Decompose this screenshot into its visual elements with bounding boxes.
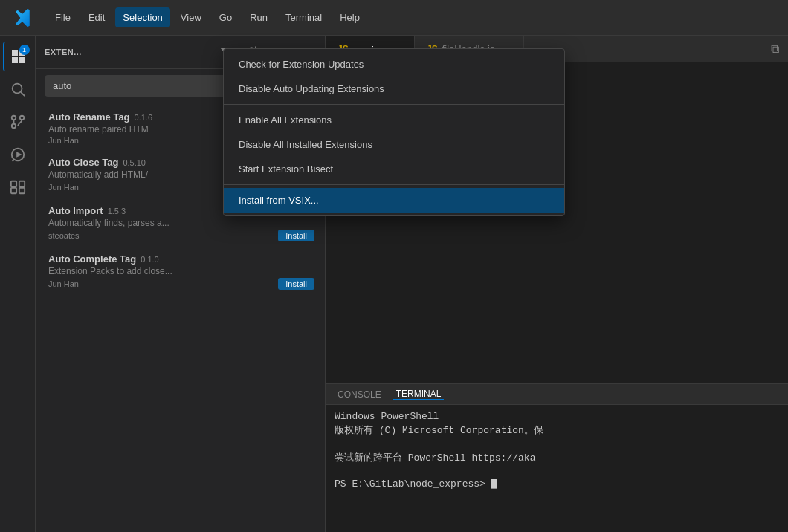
terminal-line: 版权所有 (C) Microsoft Corporation。保 [335,424,779,437]
svg-rect-10 [19,181,24,186]
notification-badge: 1 [19,45,30,55]
ext-author: Jun Han [48,183,79,192]
terminal-content: Windows PowerShell 版权所有 (C) Microsoft Co… [326,405,788,532]
svg-rect-12 [19,188,24,193]
ext-author: Jun Han [48,136,79,145]
terminal-line [335,438,779,450]
terminal-line [335,466,779,477]
svg-rect-11 [10,188,16,193]
menu-go[interactable]: Go [212,7,239,27]
ext-name: Auto Rename Tag [48,111,130,123]
svg-point-2 [11,124,16,129]
list-item[interactable]: Auto Complete Tag 0.1.0 Extension Packs … [36,247,325,296]
svg-marker-7 [16,152,22,157]
split-editor-button[interactable]: ⧉ [762,36,788,62]
terminal-line: 尝试新的跨平台 PowerShell https://aka [335,451,779,464]
ext-desc: Automatically finds, parses a... [48,218,314,228]
svg-point-4 [11,116,16,120]
svg-line-1 [21,92,25,96]
ext-version: 1.5.3 [108,207,126,215]
svg-line-8 [12,160,13,161]
dropdown-item-enable-all[interactable]: Enable All Extensions [224,108,564,132]
ext-name: Auto Import [48,205,103,216]
dropdown-item-bisect[interactable]: Start Extension Bisect [224,157,564,181]
activity-explorer[interactable] [3,172,33,202]
activity-extensions[interactable]: 1 [3,42,33,71]
menu-view[interactable]: View [173,7,209,27]
svg-rect-9 [10,181,16,186]
dropdown-separator [224,104,564,105]
dropdown-menu: Check for Extension Updates Disable Auto… [223,48,565,216]
sidebar-title: EXTEN... [45,48,209,56]
ext-author: Jun Han [48,279,79,288]
ext-name: Auto Complete Tag [48,253,136,265]
svg-point-0 [12,84,22,94]
dropdown-separator [224,184,564,185]
activity-source-control[interactable] [3,107,33,137]
dropdown-item-disable-all[interactable]: Disable All Installed Extensions [224,132,564,157]
menu-help[interactable]: Help [332,7,367,27]
menu-terminal[interactable]: Terminal [278,7,329,27]
tab-terminal[interactable]: TERMINAL [393,389,445,400]
ext-version: 0.5.10 [123,158,146,167]
install-button[interactable]: Install [278,230,314,241]
ext-version: 0.1.6 [135,113,152,122]
titlebar: File Edit Selection View Go Run Terminal… [0,0,788,36]
ext-name: Auto Close Tag [48,157,118,168]
install-button[interactable]: Install [278,278,314,290]
terminal-line: PS E:\GitLab\node_express> █ [335,479,779,490]
menu-file[interactable]: File [48,7,78,27]
menu-run[interactable]: Run [242,7,275,27]
ext-author: steoates [48,231,80,240]
menu-edit[interactable]: Edit [81,7,112,27]
activity-bar: 1 [0,36,36,532]
terminal-area: CONSOLE TERMINAL Windows PowerShell 版权所有… [326,383,788,532]
activity-run[interactable] [3,140,33,169]
menu-bar: File Edit Selection View Go Run Terminal… [48,7,367,27]
vscode-logo [12,7,33,28]
terminal-tab-bar: CONSOLE TERMINAL [326,384,788,405]
dropdown-item-check-updates[interactable]: Check for Extension Updates [224,52,564,77]
ext-version: 0.1.0 [141,255,158,264]
ext-desc: Extension Packs to add close... [48,266,314,276]
svg-point-3 [19,116,24,120]
dropdown-item-install-vsix[interactable]: Install from VSIX... [224,188,564,213]
dropdown-item-disable-auto-update[interactable]: Disable Auto Updating Extensions [224,77,564,101]
terminal-line: Windows PowerShell [335,411,779,422]
activity-search[interactable] [3,74,33,104]
menu-selection[interactable]: Selection [115,7,169,27]
tab-console[interactable]: CONSOLE [335,389,384,400]
